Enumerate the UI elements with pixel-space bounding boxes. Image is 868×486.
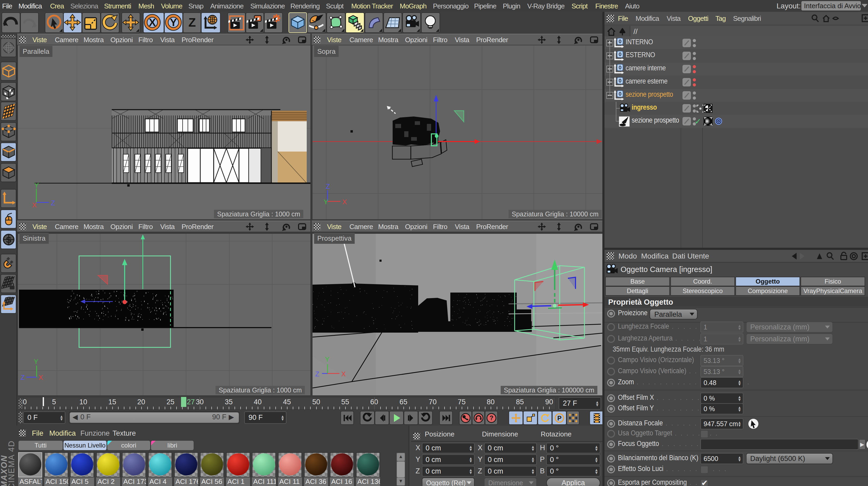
svg-text:0: 0 <box>618 65 621 70</box>
svg-text:X: X <box>32 201 37 209</box>
svg-text:0: 0 <box>618 78 621 84</box>
svg-text:X: X <box>341 370 346 378</box>
svg-text:0: 0 <box>618 51 621 57</box>
svg-text:X: X <box>342 198 347 206</box>
svg-text:Y: Y <box>34 181 39 189</box>
svg-text:0: 0 <box>618 38 621 44</box>
svg-text:P: P <box>557 415 561 422</box>
svg-text:Y: Y <box>170 17 177 28</box>
svg-text:Y: Y <box>34 358 38 366</box>
svg-text:S: S <box>6 235 11 245</box>
svg-text:0: 0 <box>618 91 621 97</box>
svg-text:Z: Z <box>188 16 196 29</box>
svg-text:Y: Y <box>325 355 330 363</box>
svg-text:X: X <box>38 373 43 382</box>
svg-text:?: ? <box>489 414 493 421</box>
svg-text:Z: Z <box>326 182 330 190</box>
svg-text:Z: Z <box>21 373 25 382</box>
svg-text:Z: Z <box>51 199 55 207</box>
svg-text:X: X <box>149 17 156 28</box>
svg-text:Y: Y <box>323 198 328 206</box>
svg-text:Z: Z <box>315 370 319 378</box>
